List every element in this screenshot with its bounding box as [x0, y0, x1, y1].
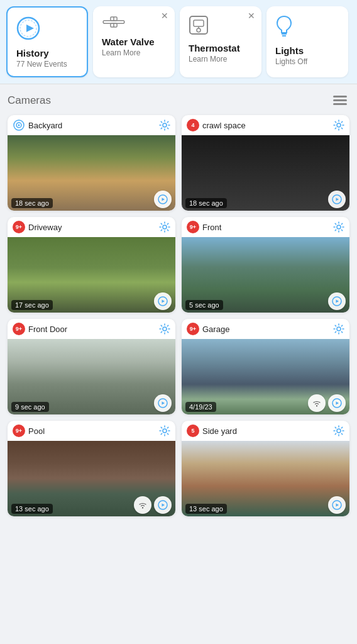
card-subtitle-lights: Lights Off — [275, 57, 307, 66]
camera-timestamp-crawl-space: 18 sec ago — [185, 198, 227, 208]
notification-badge-front-door: 9+ — [13, 323, 25, 335]
camera-name-side-yard: Side yard — [202, 426, 237, 436]
wifi-button-garage[interactable] — [308, 394, 326, 412]
camera-overlay-front: 5 sec ago — [182, 290, 349, 313]
camera-overlay-crawl-space: 18 sec ago — [182, 188, 349, 211]
card-title-water-valve: Water Valve — [102, 36, 155, 47]
camera-name-area-front-door: 9+ Front Door — [13, 323, 67, 335]
gear-icon-driveway[interactable] — [159, 221, 170, 233]
camera-thumbnail-front[interactable]: 5 sec ago — [182, 237, 349, 313]
svg-rect-8 — [190, 16, 207, 34]
camera-item-pool[interactable]: 9+ Pool 13 sec ago — [8, 421, 175, 516]
top-card-thermostat[interactable]: ✕ Thermostat Learn More — [180, 6, 261, 77]
notification-badge-front: 9+ — [187, 221, 199, 233]
camera-thumbnail-driveway[interactable]: 17 sec ago — [8, 237, 175, 313]
playback-button-front[interactable] — [328, 292, 346, 310]
playback-button-side-yard[interactable] — [328, 496, 346, 514]
svg-point-17 — [163, 123, 167, 127]
top-cards-scroll[interactable]: History 77 New Events ✕ Water Valve Lear… — [0, 0, 357, 84]
gear-icon-backyard[interactable] — [159, 119, 170, 131]
camera-name-crawl-space: crawl space — [202, 121, 246, 130]
svg-point-27 — [337, 327, 341, 331]
top-cards-container: History 77 New Events ✕ Water Valve Lear… — [6, 6, 348, 77]
camera-thumbnail-backyard[interactable]: 18 sec ago — [8, 135, 175, 211]
card-title-lights: Lights — [275, 45, 304, 56]
camera-name-front: Front — [202, 223, 221, 232]
card-icon-lights — [275, 15, 293, 40]
playback-button-backyard[interactable] — [154, 191, 172, 208]
cameras-header: Cameras — [8, 93, 349, 108]
top-card-water-valve[interactable]: ✕ Water Valve Learn More — [93, 6, 175, 77]
camera-controls-crawl-space — [328, 191, 346, 208]
card-subtitle-history: 77 New Events — [16, 60, 67, 69]
card-title-thermostat: Thermostat — [189, 43, 240, 53]
card-subtitle-thermostat: Learn More — [189, 55, 227, 64]
camera-item-driveway[interactable]: 9+ Driveway 17 sec ago — [8, 217, 175, 313]
camera-name-area-pool: 9+ Pool — [13, 425, 45, 437]
camera-header-backyard: Backyard — [8, 115, 175, 135]
camera-icon-backyard — [13, 119, 25, 131]
close-button-thermostat[interactable]: ✕ — [248, 11, 255, 20]
camera-thumbnail-side-yard[interactable]: 13 sec ago — [182, 441, 349, 516]
cameras-title: Cameras — [8, 94, 51, 107]
svg-point-16 — [18, 125, 20, 126]
gear-icon-side-yard[interactable] — [333, 425, 344, 436]
gear-icon-front[interactable] — [333, 221, 344, 233]
camera-controls-driveway — [154, 292, 172, 310]
gear-icon-garage[interactable] — [333, 323, 344, 335]
camera-name-area-backyard: Backyard — [13, 119, 62, 131]
camera-item-front[interactable]: 9+ Front 5 sec ago — [182, 217, 349, 313]
gear-icon-pool[interactable] — [159, 425, 170, 436]
camera-item-side-yard[interactable]: 5 Side yard 13 sec ago — [182, 421, 349, 516]
svg-point-30 — [163, 429, 167, 433]
camera-controls-backyard — [154, 191, 172, 208]
playback-button-garage[interactable] — [328, 394, 346, 412]
camera-thumbnail-front-door[interactable]: 9 sec ago — [8, 339, 175, 414]
card-icon-thermostat — [189, 15, 209, 38]
gear-icon-crawl-space[interactable] — [333, 119, 344, 131]
camera-name-area-side-yard: 5 Side yard — [187, 425, 237, 437]
camera-item-crawl-space[interactable]: 4 crawl space 18 sec ago — [182, 115, 349, 211]
camera-header-side-yard: 5 Side yard — [182, 421, 349, 441]
camera-overlay-pool: 13 sec ago — [8, 494, 175, 516]
top-card-history[interactable]: History 77 New Events — [6, 6, 88, 77]
camera-thumbnail-pool[interactable]: 13 sec ago — [8, 441, 175, 516]
camera-grid: Backyard 18 sec ago — [8, 115, 349, 516]
camera-name-area-front: 9+ Front — [187, 221, 221, 233]
playback-button-front-door[interactable] — [154, 394, 172, 412]
camera-name-area-garage: 9+ Garage — [187, 323, 229, 335]
notification-badge-garage: 9+ — [187, 323, 199, 335]
playback-button-crawl-space[interactable] — [328, 191, 346, 208]
wifi-button-pool[interactable] — [134, 496, 151, 514]
camera-header-front: 9+ Front — [182, 217, 349, 237]
camera-header-front-door: 9+ Front Door — [8, 319, 175, 339]
camera-thumbnail-crawl-space[interactable]: 18 sec ago — [182, 135, 349, 211]
gear-icon-front-door[interactable] — [159, 323, 170, 335]
camera-controls-side-yard — [328, 496, 346, 514]
top-card-lights[interactable]: Lights Lights Off — [266, 6, 348, 77]
camera-item-front-door[interactable]: 9+ Front Door 9 sec ago — [8, 319, 175, 414]
camera-thumbnail-garage[interactable]: 4/19/23 — [182, 339, 349, 414]
notification-badge-crawl-space: 4 — [187, 119, 199, 131]
cameras-section: Cameras Backyard 18 s — [0, 84, 357, 516]
playback-button-pool[interactable] — [154, 496, 172, 514]
camera-header-garage: 9+ Garage — [182, 319, 349, 339]
camera-timestamp-pool: 13 sec ago — [11, 504, 53, 514]
camera-header-crawl-space: 4 crawl space — [182, 115, 349, 135]
cameras-menu-button[interactable] — [331, 93, 349, 108]
camera-item-garage[interactable]: 9+ Garage 4/19/23 — [182, 319, 349, 414]
playback-button-driveway[interactable] — [154, 292, 172, 310]
camera-controls-front — [328, 292, 346, 310]
svg-point-10 — [197, 28, 200, 32]
close-button-water-valve[interactable]: ✕ — [161, 11, 168, 20]
camera-controls-garage — [308, 394, 346, 412]
camera-name-pool: Pool — [28, 426, 45, 436]
card-subtitle-water-valve: Learn More — [102, 48, 140, 57]
svg-point-28 — [316, 406, 317, 407]
camera-name-driveway: Driveway — [28, 223, 62, 232]
svg-marker-2 — [26, 25, 34, 32]
card-icon-water-valve — [102, 15, 126, 31]
camera-item-backyard[interactable]: Backyard 18 sec ago — [8, 115, 175, 211]
svg-point-19 — [337, 123, 341, 127]
notification-badge-side-yard: 5 — [187, 425, 199, 437]
